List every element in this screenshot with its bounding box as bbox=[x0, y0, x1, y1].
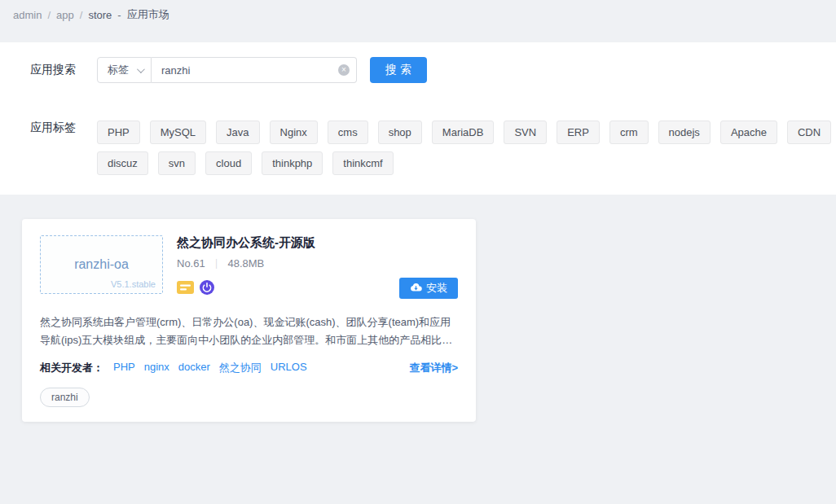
footer-tag[interactable]: ranzhi bbox=[40, 388, 90, 407]
app-card-info: 然之协同办公系统-开源版 No.61 ｜ 48.8MB bbox=[177, 235, 458, 299]
app-description: 然之协同系统由客户管理(crm)、日常办公(oa)、现金记账(cash)、团队分… bbox=[40, 313, 458, 350]
tags-line: discuzsvncloudthinkphpthinkcmf bbox=[97, 151, 836, 175]
search-type-select-value: 标签 bbox=[108, 63, 129, 77]
app-tag-button[interactable]: nodejs bbox=[658, 121, 711, 144]
app-tag-button[interactable]: Nginx bbox=[270, 121, 318, 144]
meta-separator: ｜ bbox=[212, 256, 222, 270]
app-logo-text: ranzhi-oa bbox=[74, 257, 129, 272]
app-tag-button[interactable]: shop bbox=[378, 121, 422, 144]
clear-input-icon[interactable]: × bbox=[338, 64, 350, 76]
breadcrumb-item-app[interactable]: app bbox=[56, 9, 74, 21]
app-tag-button[interactable]: ERP bbox=[557, 121, 600, 144]
app-logo: ranzhi-oa V5.1.stable bbox=[40, 235, 163, 294]
app-feature-icons bbox=[177, 280, 214, 297]
app-tag-button[interactable]: MariaDB bbox=[432, 121, 495, 144]
developer-link[interactable]: docker bbox=[178, 361, 210, 375]
cloud-download-icon bbox=[410, 282, 422, 295]
tags-list: PHPMySQLJavaNginxcmsshopMariaDBSVNERPcrm… bbox=[97, 121, 836, 175]
search-type-select[interactable]: 标签 bbox=[97, 57, 152, 83]
app-tag-button[interactable]: SVN bbox=[504, 121, 547, 144]
card-reader-icon bbox=[177, 281, 194, 296]
developer-link[interactable]: 然之协同 bbox=[219, 361, 262, 375]
app-tag-button[interactable]: MySQL bbox=[150, 121, 206, 144]
developer-links: PHPnginxdocker然之协同URLOS bbox=[113, 361, 307, 375]
app-tag-button[interactable]: PHP bbox=[97, 121, 140, 144]
app-tag-button[interactable]: thinkphp bbox=[262, 151, 323, 175]
app-size: 48.8MB bbox=[227, 257, 264, 270]
footer-tag-row: ranzhi bbox=[40, 388, 458, 407]
tags-line: PHPMySQLJavaNginxcmsshopMariaDBSVNERPcrm… bbox=[97, 121, 836, 144]
app-rank: No.61 bbox=[177, 257, 205, 270]
search-row: 应用搜索 标签 × 搜 索 bbox=[30, 57, 815, 83]
icons-install-row: 安装 bbox=[177, 278, 458, 299]
chevron-down-icon bbox=[137, 65, 145, 73]
app-meta: No.61 ｜ 48.8MB bbox=[177, 256, 458, 270]
app-tag-button[interactable]: crm bbox=[609, 121, 649, 144]
app-card: ranzhi-oa V5.1.stable 然之协同办公系统-开源版 No.61… bbox=[22, 219, 476, 422]
breadcrumb-separator: / bbox=[47, 9, 51, 21]
install-button-label: 安装 bbox=[426, 281, 447, 296]
app-tag-button[interactable]: discuz bbox=[97, 151, 148, 175]
search-input-wrap: × bbox=[152, 57, 357, 83]
app-card-top: ranzhi-oa V5.1.stable 然之协同办公系统-开源版 No.61… bbox=[40, 235, 458, 299]
app-logo-version: V5.1.stable bbox=[111, 279, 156, 289]
app-tag-button[interactable]: thinkcmf bbox=[332, 151, 393, 175]
breadcrumb-dash: - bbox=[117, 9, 121, 21]
app-tag-button[interactable]: CDN bbox=[787, 121, 831, 144]
app-title: 然之协同办公系统-开源版 bbox=[177, 235, 458, 251]
app-tag-button[interactable]: cms bbox=[328, 121, 368, 144]
breadcrumb-item-store[interactable]: store bbox=[88, 9, 112, 21]
app-tag-button[interactable]: cloud bbox=[205, 151, 252, 175]
tags-section: 应用标签 PHPMySQLJavaNginxcmsshopMariaDBSVNE… bbox=[30, 121, 815, 175]
install-button[interactable]: 安装 bbox=[399, 278, 458, 299]
breadcrumb: admin / app / store - 应用市场 bbox=[0, 0, 836, 29]
app-tag-button[interactable]: Java bbox=[216, 121, 259, 144]
app-tag-button[interactable]: Apache bbox=[720, 121, 777, 144]
search-section-label: 应用搜索 bbox=[30, 63, 97, 77]
developer-link[interactable]: URLOS bbox=[271, 361, 307, 375]
power-icon bbox=[200, 280, 214, 297]
developers-row: 相关开发者： PHPnginxdocker然之协同URLOS 查看详情> bbox=[40, 361, 458, 375]
tags-section-label: 应用标签 bbox=[30, 121, 97, 135]
filter-panel: 应用搜索 标签 × 搜 索 应用标签 PHPMySQLJavaNginxcmss… bbox=[0, 42, 836, 195]
search-input[interactable] bbox=[152, 57, 357, 83]
developer-link[interactable]: nginx bbox=[144, 361, 169, 375]
developer-link[interactable]: PHP bbox=[113, 361, 135, 375]
view-detail-link[interactable]: 查看详情> bbox=[409, 361, 458, 375]
search-button-label: 搜 索 bbox=[385, 63, 411, 77]
breadcrumb-item-admin[interactable]: admin bbox=[13, 9, 42, 21]
page-title: 应用市场 bbox=[127, 7, 169, 22]
developers-label: 相关开发者： bbox=[40, 361, 103, 375]
search-button[interactable]: 搜 索 bbox=[370, 57, 427, 83]
breadcrumb-separator: / bbox=[80, 9, 83, 21]
app-tag-button[interactable]: svn bbox=[158, 151, 196, 175]
